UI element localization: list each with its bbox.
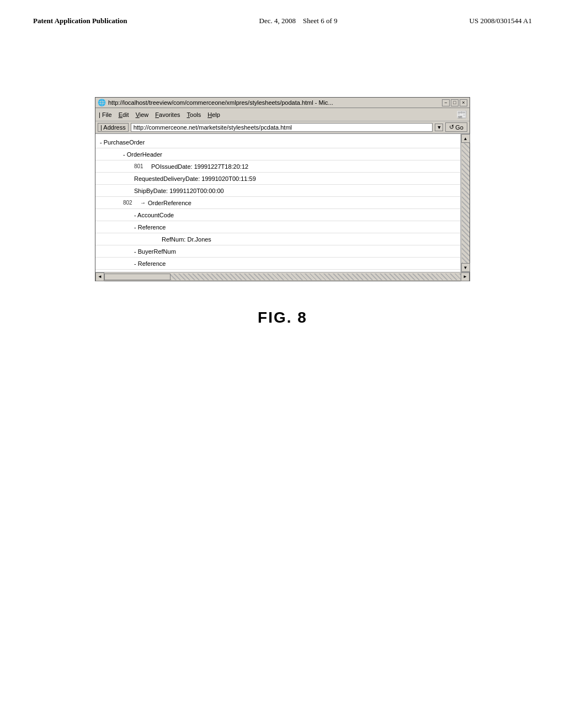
header-date: Dec. 4, 2008 (259, 17, 296, 25)
tree-row: - PurchaseOrder (95, 136, 460, 148)
tree-row: ShipByDate: 19991120T00:00:00 (95, 185, 460, 197)
row-label: POIssuedDate: 19991227T18:20:12 (151, 163, 248, 170)
browser-icon: 🌐 (98, 99, 106, 106)
main-content: 🌐 http://localhost/treeview/com/commerce… (0, 31, 565, 326)
menu-view[interactable]: View (135, 111, 150, 119)
scroll-up-arrow[interactable]: ▲ (461, 134, 470, 143)
minimize-button[interactable]: − (442, 99, 450, 106)
row-label: - BuyerRefNum (134, 248, 176, 255)
scroll-thumb-horizontal[interactable] (104, 274, 170, 280)
scroll-left-arrow[interactable]: ◄ (95, 272, 104, 281)
row-label: ShipByDate: 19991120T00:00:00 (134, 188, 224, 194)
arrow-indicator: → (140, 200, 146, 206)
tree-view: - PurchaseOrder- OrderHeader801POIssuedD… (95, 134, 461, 272)
address-input[interactable] (131, 123, 433, 132)
scroll-right-arrow[interactable]: ► (461, 272, 470, 281)
header-sheet: Sheet 6 of 9 (303, 17, 337, 25)
browser-window: 🌐 http://localhost/treeview/com/commerce… (95, 97, 470, 281)
header-date-sheet: Dec. 4, 2008 Sheet 6 of 9 (259, 17, 338, 25)
browser-titlebar: 🌐 http://localhost/treeview/com/commerce… (95, 98, 470, 108)
tree-row: 802→ OrderReference (95, 197, 460, 209)
menu-file[interactable]: File (98, 111, 113, 119)
vertical-scrollbar[interactable]: ▲ ▼ (461, 134, 470, 272)
header-patent-number: US 2008/0301544 A1 (470, 17, 532, 25)
tree-row: - AccountCode (95, 209, 460, 221)
row-label: - PurchaseOrder (100, 139, 145, 146)
toolbar-icon: 📰 (456, 109, 467, 120)
go-arrow-icon: ↺ (449, 124, 454, 131)
menu-edit[interactable]: Edit (118, 111, 130, 119)
row-label: - Reference (134, 224, 166, 231)
tree-row: - Reference (95, 221, 460, 233)
menu-items: File Edit View Favorites Tools Help (98, 111, 221, 119)
address-dropdown[interactable]: ▼ (435, 124, 443, 131)
tree-row: - Reference (95, 258, 460, 270)
address-label: | Address (98, 123, 129, 132)
horizontal-scrollbar[interactable]: ◄ ► (95, 272, 470, 281)
row-label: - Reference (134, 260, 166, 267)
browser-title-text: http://localhost/treeview/com/commerceon… (108, 99, 333, 106)
figure-label: FIG. 8 (258, 309, 307, 326)
menu-favorites[interactable]: Favorites (154, 111, 181, 119)
menu-help[interactable]: Help (206, 111, 221, 119)
title-left: 🌐 http://localhost/treeview/com/commerce… (98, 99, 333, 106)
browser-menubar: File Edit View Favorites Tools Help 📰 (95, 108, 470, 121)
browser-addressbar: | Address ▼ ↺ Go (95, 121, 470, 134)
tree-row: - BuyerRefNum (95, 245, 460, 258)
row-label: - OrderHeader (123, 151, 162, 158)
page-header: Patent Application Publication Dec. 4, 2… (0, 0, 565, 31)
close-button[interactable]: × (460, 99, 467, 106)
browser-content: - PurchaseOrder- OrderHeader801POIssuedD… (95, 134, 470, 272)
scroll-down-arrow[interactable]: ▼ (461, 263, 470, 272)
row-label: RequestedDeliveryDate: 19991020T00:11:59 (134, 175, 256, 182)
window-controls[interactable]: − □ × (442, 99, 467, 106)
row-label: RefNum: Dr.Jones (162, 236, 211, 243)
scroll-track-vertical[interactable] (462, 143, 470, 263)
tree-row: - OrderHeader (95, 148, 460, 160)
row-number: 801 (134, 163, 148, 169)
row-label: OrderReference (148, 200, 191, 206)
menu-tools[interactable]: Tools (186, 111, 202, 119)
scroll-track-horizontal[interactable] (170, 274, 461, 280)
tree-row: 801POIssuedDate: 19991227T18:20:12 (95, 160, 460, 173)
row-number: 802 (123, 200, 137, 206)
go-button[interactable]: ↺ Go (445, 122, 467, 132)
tree-row: RefNum: Dr.Jones (95, 233, 460, 245)
header-publication: Patent Application Publication (33, 17, 127, 25)
restore-button[interactable]: □ (451, 99, 459, 106)
tree-row: RequestedDeliveryDate: 19991020T00:11:59 (95, 173, 460, 185)
row-label: - AccountCode (134, 212, 174, 218)
